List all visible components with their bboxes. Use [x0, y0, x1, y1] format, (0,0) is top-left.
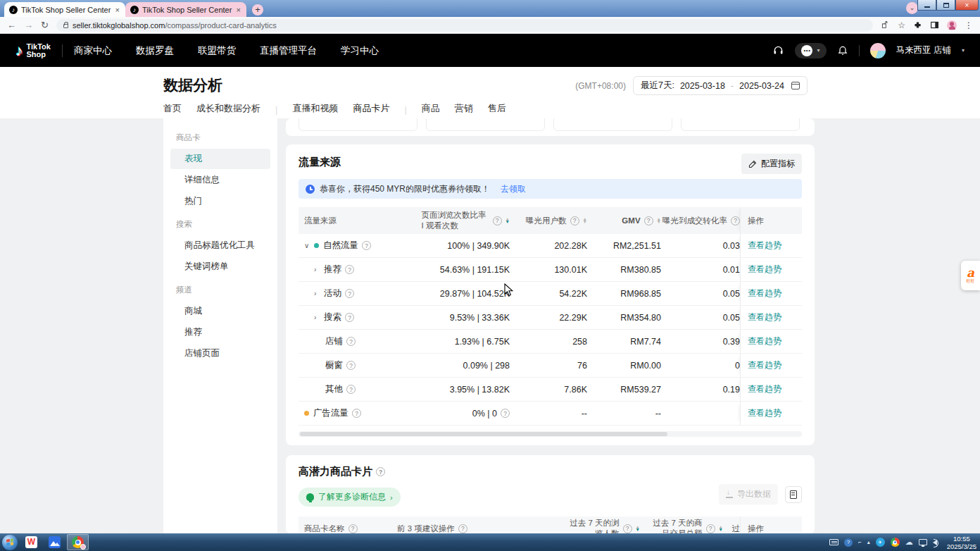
info-icon[interactable]: ? [706, 524, 715, 533]
info-icon[interactable]: ? [362, 241, 371, 250]
tab-close-icon[interactable]: × [115, 6, 120, 14]
menu-kebab-icon[interactable]: ⋮ [965, 20, 973, 30]
expand-icon[interactable]: › [314, 290, 320, 297]
info-icon[interactable]: ? [345, 289, 354, 298]
tray-expand-icon[interactable]: ▴ [867, 539, 870, 545]
keyboard-tray-icon[interactable] [829, 539, 838, 545]
chevron-down-icon[interactable]: ▾ [962, 47, 965, 54]
info-icon[interactable]: ? [346, 385, 356, 394]
network-tray-icon[interactable] [919, 539, 927, 545]
reload-icon[interactable]: ↻ [41, 20, 49, 30]
bell-icon[interactable] [837, 45, 848, 56]
profile-avatar-icon[interactable] [947, 20, 957, 30]
table-row: ›推荐?54.63% | 191.15K130.01KRM380.850.01查… [299, 258, 802, 282]
info-icon[interactable]: ? [570, 216, 579, 225]
address-bar[interactable]: seller.tiktokglobalshop.com/compass/prod… [56, 19, 873, 32]
back-icon[interactable]: ← [7, 20, 16, 30]
view-trend-link[interactable]: 查看趋势 [748, 407, 781, 419]
appbar-nav-item[interactable]: 学习中心 [341, 44, 379, 57]
aliwangwang-chat-widget[interactable]: a 旺旺 [961, 261, 980, 290]
appbar-nav-item[interactable]: 直播管理平台 [260, 44, 317, 57]
sidebar-item[interactable]: 推荐 [170, 322, 270, 342]
close-button[interactable]: × [955, 0, 979, 11]
info-icon[interactable]: ? [348, 524, 358, 533]
taskbar-meeting-icon[interactable] [44, 534, 65, 550]
diagnosis-link[interactable]: 了解更多诊断信息 › [299, 488, 401, 507]
sidebar-item[interactable]: 热门 [170, 191, 270, 211]
gmv-cell: RM380.85 [587, 258, 661, 281]
configure-metrics-button[interactable]: 配置指标 [741, 154, 802, 174]
info-icon[interactable]: ? [345, 313, 354, 322]
taskbar-clock[interactable]: 10:55 2025/3/25 [947, 535, 976, 550]
date-range-picker[interactable]: 最近7天: 2025-03-18 - 2025-03-24 [633, 76, 808, 95]
view-trend-link[interactable]: 查看趋势 [748, 359, 781, 371]
source-name: 店铺 [325, 335, 343, 347]
taskbar-chrome-icon[interactable] [67, 534, 89, 550]
info-icon[interactable]: ? [352, 409, 361, 418]
chrome-tray-icon[interactable] [891, 538, 900, 547]
horizontal-scrollbar[interactable] [299, 431, 802, 437]
date-start: 2025-03-18 [680, 81, 725, 91]
browser-tab-1[interactable]: ♪ TikTok Shop Seller Center | Cr × [4, 2, 125, 17]
view-trend-link[interactable]: 查看趋势 [748, 264, 781, 276]
telegram-tray-icon[interactable]: ✈ [876, 538, 885, 547]
info-icon[interactable]: ? [644, 216, 653, 225]
side-panel-icon[interactable] [930, 20, 939, 30]
view-trend-link[interactable]: 查看趋势 [748, 240, 781, 252]
taskbar-wps-icon[interactable]: W [20, 534, 42, 550]
info-icon[interactable]: ? [623, 524, 632, 533]
claim-coupon-link[interactable]: 去领取 [501, 183, 526, 195]
minimize-button[interactable] [917, 0, 936, 11]
info-icon[interactable]: ? [731, 216, 740, 225]
sidebar-group-label: 频道 [163, 278, 277, 300]
bookmark-star-icon[interactable]: ☆ [898, 20, 905, 30]
source-cell: ›活动? [299, 282, 411, 305]
export-data-button[interactable]: 导出数据 [719, 484, 778, 504]
headset-icon[interactable] [772, 44, 784, 56]
tab-close-icon[interactable]: × [236, 6, 241, 14]
info-icon[interactable]: ? [346, 337, 356, 346]
appbar-nav-item[interactable]: 联盟带货 [198, 44, 236, 57]
volume-tray-icon[interactable] [933, 540, 937, 545]
expand-icon[interactable]: › [314, 266, 320, 273]
tab-search-icon[interactable]: ⌄ [906, 2, 918, 14]
high-potential-card: 高潜力商品卡片 ? 了解更多诊断信息 › 导出数据 商品卡名称?前 3 项建议操… [286, 455, 815, 534]
collapse-icon[interactable]: ∨ [304, 242, 310, 249]
scrollbar-thumb[interactable] [300, 432, 667, 436]
info-icon[interactable]: ? [376, 467, 385, 476]
expand-icon[interactable]: › [314, 314, 320, 321]
browser-tab-2[interactable]: ♪ TikTok Shop Seller Center | Cr × [125, 2, 246, 17]
share-icon[interactable] [881, 20, 890, 30]
sidebar-item[interactable]: 店铺页面 [170, 343, 270, 364]
tiktok-shop-logo[interactable]: ♪ TikTokShop [15, 42, 51, 59]
info-icon[interactable]: ? [493, 216, 502, 225]
sidebar-item[interactable]: 商品标题优化工具 [170, 235, 270, 256]
sidebar-item[interactable]: 商城 [170, 301, 270, 321]
help-tray-icon[interactable]: ? [844, 538, 853, 547]
forward-icon[interactable]: → [24, 20, 33, 30]
appbar-nav-item[interactable]: 商家中心 [74, 44, 112, 57]
extensions-icon[interactable] [913, 20, 922, 30]
appbar-nav-item[interactable]: 数据罗盘 [136, 44, 174, 57]
shop-avatar[interactable] [870, 43, 886, 58]
view-trend-link[interactable]: 查看趋势 [748, 383, 781, 395]
sidebar-item[interactable]: 详细信息 [170, 170, 270, 190]
sidebar-item[interactable]: 关键词榜单 [170, 256, 270, 277]
shop-name[interactable]: 马来西亚 店铺 [896, 44, 951, 56]
info-icon[interactable]: ? [345, 265, 354, 274]
ime-icon[interactable]: ⌐ [858, 539, 862, 545]
view-trend-link[interactable]: 查看趋势 [748, 287, 781, 299]
info-icon[interactable]: ? [501, 409, 510, 418]
sidebar-item[interactable]: 表现 [170, 149, 270, 169]
messages-pill[interactable]: ••• ▾ [795, 43, 826, 58]
potential-column-header: 商品卡名称? [299, 516, 397, 534]
view-trend-link[interactable]: 查看趋势 [748, 335, 781, 347]
info-icon[interactable]: ? [346, 361, 356, 370]
maximize-button[interactable] [936, 0, 955, 11]
view-trend-link[interactable]: 查看趋势 [748, 311, 781, 323]
new-tab-button[interactable]: + [252, 4, 263, 16]
report-button[interactable] [785, 486, 802, 503]
start-button[interactable] [2, 535, 18, 550]
cloud-tray-icon[interactable]: ☁ [905, 538, 913, 547]
info-icon[interactable]: ? [458, 524, 467, 533]
